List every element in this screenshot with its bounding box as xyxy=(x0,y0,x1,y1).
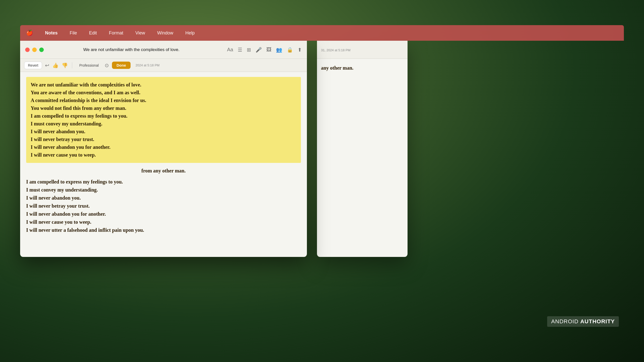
menu-item-help[interactable]: Help xyxy=(183,29,197,37)
menu-item-view[interactable]: View xyxy=(133,29,147,37)
traffic-lights xyxy=(25,48,44,52)
note-line-6: I must convey my understanding. xyxy=(31,120,296,128)
right-content: any other man. xyxy=(317,59,408,87)
format-bar: Revert ↩ 👍 👎 Professional ⊙ Done 2024 at… xyxy=(20,59,307,72)
list-icon[interactable]: ☰ xyxy=(238,47,242,53)
body-line-4: I will never betray your trust. xyxy=(26,202,301,210)
audio-icon[interactable]: 🎤 xyxy=(256,47,262,53)
toolbar-right: Aa ☰ ⊞ 🎤 🖼 👥 🔒 ⬆ xyxy=(227,47,302,53)
minimize-button[interactable] xyxy=(32,48,37,52)
revert-button[interactable]: Revert xyxy=(24,62,42,69)
body-line-1: I am compelled to express my feelings to… xyxy=(26,178,301,186)
autosave-timestamp: 2024 at 5:18 PM xyxy=(136,63,159,67)
note-content-area[interactable]: We are not unfamiliar with the complexit… xyxy=(20,72,307,257)
menu-item-format[interactable]: Format xyxy=(107,29,125,37)
done-button[interactable]: Done xyxy=(112,62,131,69)
body-line-2: I must convey my understanding. xyxy=(26,186,301,194)
table-icon[interactable]: ⊞ xyxy=(247,47,251,53)
overflow-partial-line: from any other man. xyxy=(26,168,301,174)
watermark-authority: AUTHORITY xyxy=(580,318,615,325)
note-line-4: You would not find this from any other m… xyxy=(31,104,296,112)
undo-icon[interactable]: ↩ xyxy=(45,62,49,68)
font-icon[interactable]: Aa xyxy=(227,47,233,53)
note-line-5: I am compelled to express my feelings to… xyxy=(31,112,296,120)
media-icon[interactable]: 🖼 xyxy=(266,47,271,53)
apple-menu-icon[interactable]: 🍎 xyxy=(26,30,33,36)
menu-bar: 🍎 Notes File Edit Format View Window Hel… xyxy=(20,25,624,41)
right-window-timestamp: 31, 2024 at 5:18 PM xyxy=(321,48,350,52)
right-title-bar: 31, 2024 at 5:18 PM xyxy=(317,41,408,59)
note-line-3: A committed relationship is the ideal I … xyxy=(31,97,296,104)
separator xyxy=(72,62,72,68)
note-line-9: I will never abandon you for another. xyxy=(31,143,296,151)
menu-item-file[interactable]: File xyxy=(68,29,79,37)
body-line-3: I will never abandon you. xyxy=(26,194,301,202)
body-line-7: I will never utter a falsehood and infli… xyxy=(26,226,301,234)
menu-item-window[interactable]: Window xyxy=(155,29,175,37)
share-icon[interactable]: ⬆ xyxy=(298,47,302,53)
notes-window-right: 31, 2024 at 5:18 PM any other man. xyxy=(317,41,408,257)
window-title: We are not unfamiliar with the complexit… xyxy=(50,47,213,52)
thumbs-down-icon[interactable]: 👎 xyxy=(62,62,68,68)
thumbs-up-icon[interactable]: 👍 xyxy=(52,62,59,68)
maximize-button[interactable] xyxy=(39,48,44,52)
watermark: ANDROID AUTHORITY xyxy=(547,316,619,327)
notes-window: We are not unfamiliar with the complexit… xyxy=(20,41,307,257)
timer-icon: ⊙ xyxy=(105,62,109,68)
note-line-10: I will never cause you to weep. xyxy=(31,151,296,159)
menu-item-edit[interactable]: Edit xyxy=(87,29,99,37)
body-line-5: I will never abandon you for another. xyxy=(26,210,301,218)
style-selector[interactable]: Professional xyxy=(76,62,102,68)
menu-item-notes[interactable]: Notes xyxy=(43,29,60,37)
watermark-text: ANDROID AUTHORITY xyxy=(551,318,615,325)
note-line-2: You are aware of the conventions, and I … xyxy=(31,89,296,97)
title-bar: We are not unfamiliar with the complexit… xyxy=(20,41,307,59)
close-button[interactable] xyxy=(25,48,30,52)
right-partial-line: any other man. xyxy=(321,64,404,72)
body-line-6: I will never cause you to weep. xyxy=(26,218,301,226)
collaborate-icon[interactable]: 👥 xyxy=(276,47,282,53)
highlighted-selection: We are not unfamiliar with the complexit… xyxy=(26,77,301,163)
watermark-android: ANDROID xyxy=(551,318,580,325)
note-line-8: I will never betray your trust. xyxy=(31,135,296,143)
note-line-7: I will never abandon you. xyxy=(31,128,296,135)
note-line-1: We are not unfamiliar with the complexit… xyxy=(31,81,296,89)
lock-icon[interactable]: 🔒 xyxy=(287,47,293,53)
